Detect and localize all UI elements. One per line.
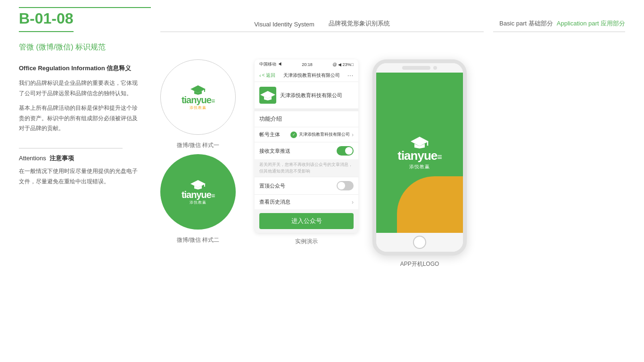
app-splash-panel: tianyue≡ 添悦教赢 APP开机LOGO <box>372 59 467 337</box>
page-subtitle: 管微 (微博/微信) 标识规范 <box>19 42 625 52</box>
wechat-battery: @ ◀ 23%□ <box>332 62 354 67</box>
wechat-avatar <box>259 87 276 104</box>
app-splash-screen: tianyue≡ 添悦教赢 <box>376 73 463 233</box>
wechat-profile-section: 天津添悦教育科技有限公司 <box>255 82 358 111</box>
wechat-account-value-group: ✓ 天津添悦教育科技有限公司 › <box>290 132 354 138</box>
header-left: B-01-08 <box>19 7 151 32</box>
header-center: Visual Identity System 品牌视觉形象识别系统 <box>160 7 484 32</box>
grad-cap-icon-green <box>190 84 206 95</box>
wechat-page-title: 天津添悦教育科技有限公司 <box>283 72 340 79</box>
logo-style2-label: 微博/微信 样式二 <box>177 236 220 244</box>
info-para1: 我们的品牌标识是企业品牌的重要表达，它体现了公司对于品牌远景和品牌信念的独特认知… <box>19 78 141 99</box>
notch-bar <box>402 66 430 70</box>
svg-marker-6 <box>260 91 275 99</box>
wechat-account-label-group: 帐号主体 <box>259 131 280 138</box>
splash-brand-name: tianyue≡ <box>397 148 442 163</box>
attentions-title: Attentions 注意事项 <box>19 154 141 163</box>
svg-marker-8 <box>411 137 429 146</box>
wechat-history-row[interactable]: 查看历史消息 › <box>255 194 358 209</box>
verified-icon: ✓ <box>290 132 297 138</box>
brand-sub-green: 添悦教赢 <box>190 105 206 110</box>
wechat-time: 20:18 <box>302 62 313 67</box>
brand-name-text-white: tianyue≡ <box>182 189 215 200</box>
brand-logo-outline: tianyue≡ 添悦教赢 <box>182 84 215 110</box>
page-id: B-01-08 <box>19 10 74 32</box>
wechat-back-btn[interactable]: ‹ < 返回 <box>259 72 275 79</box>
splash-brand-sub: 添悦教赢 <box>409 164 430 170</box>
wechat-company-name: 天津添悦教育科技有限公司 <box>280 92 342 99</box>
brand-sub-white: 添悦教赢 <box>190 200 206 205</box>
wechat-notice: 若关闭开关，您将不再收到该公众号的文章消息，但其他通知类消息不受影响 <box>255 159 358 177</box>
brand-logo-solid: tianyue≡ 添悦教赢 <box>182 179 215 205</box>
wechat-signal: 中国移动 ◀ <box>259 61 282 67</box>
info-para2: 基本上所有品牌活动的目标是保护和提升这个珍贵的资产。标识中的所有组成部分必须被评… <box>19 103 141 134</box>
svg-marker-0 <box>190 85 206 93</box>
splash-grad-cap <box>410 135 429 148</box>
wechat-account-row: 帐号主体 ✓ 天津添悦教育科技有限公司 › <box>255 127 358 142</box>
wechat-receive-row: 接收文章推送 <box>255 142 358 159</box>
history-chevron: › <box>352 199 354 206</box>
wechat-panel: 中国移动 ◀ 20:18 @ ◀ 23%□ ‹ < 返回 天津添悦教育科技有限公… <box>255 59 358 337</box>
app-notch <box>376 63 463 73</box>
splash-logo: tianyue≡ 添悦教赢 <box>397 135 442 170</box>
logo-style2-circle: tianyue≡ 添悦教赢 <box>160 154 236 230</box>
camera-dot <box>433 66 437 70</box>
grad-cap-icon-white <box>190 179 206 189</box>
left-info-panel: Office Regulation Information 信息释义 我们的品牌… <box>19 59 141 337</box>
wechat-enter-btn[interactable]: 进入公众号 <box>259 213 354 229</box>
wechat-more-btn[interactable]: ··· <box>347 72 354 79</box>
avatar-logo-icon <box>260 90 275 100</box>
app-label: APP开机LOGO <box>400 260 439 268</box>
splash-curve <box>397 176 463 233</box>
logo-style1-circle: tianyue≡ 添悦教赢 <box>160 59 236 135</box>
receive-toggle[interactable] <box>337 146 354 156</box>
logo-panel: tianyue≡ 添悦教赢 微博/微信 样式一 tianyue≡ 添悦教赢 微博… <box>151 59 245 337</box>
brand-name-text-green: tianyue≡ <box>182 95 215 105</box>
wechat-pin-row: 置顶公众号 <box>255 177 358 194</box>
logo-style1-label: 微博/微信 样式一 <box>177 141 220 149</box>
wechat-nav-bar: ‹ < 返回 天津添悦教育科技有限公司 ··· <box>255 69 358 82</box>
wechat-mock-device: 中国移动 ◀ 20:18 @ ◀ 23%□ ‹ < 返回 天津添悦教育科技有限公… <box>255 59 358 233</box>
header-right: Basic part 基础部分 Application part 应用部分 <box>493 7 625 32</box>
nav-visual-identity: Visual Identity System <box>254 21 314 28</box>
attentions-para: 在一般情况下使用时应尽量使用提供的光盘电子文件，尽量避免在重绘中出现错误。 <box>19 166 141 187</box>
chevron-icon: › <box>352 132 354 138</box>
wechat-status-bar: 中国移动 ◀ 20:18 @ ◀ 23%□ <box>255 59 358 69</box>
app-splash-device: tianyue≡ 添悦教赢 <box>372 59 467 255</box>
svg-marker-3 <box>190 180 206 188</box>
app-home-area <box>376 233 463 252</box>
pin-toggle[interactable] <box>337 181 354 190</box>
home-button[interactable] <box>413 236 426 249</box>
nav-app-part: Application part 应用部分 <box>557 19 625 28</box>
info-title: Office Regulation Information 信息释义 <box>19 64 141 73</box>
header: B-01-08 Visual Identity System 品牌视觉形象识别系… <box>0 0 644 32</box>
divider <box>19 148 123 148</box>
demo-label: 实例演示 <box>295 238 318 246</box>
nav-brand-system: 品牌视觉形象识别系统 <box>329 19 390 28</box>
wechat-section-intro: 功能介绍 <box>255 111 358 127</box>
nav-basic-part: Basic part 基础部分 <box>499 19 553 28</box>
